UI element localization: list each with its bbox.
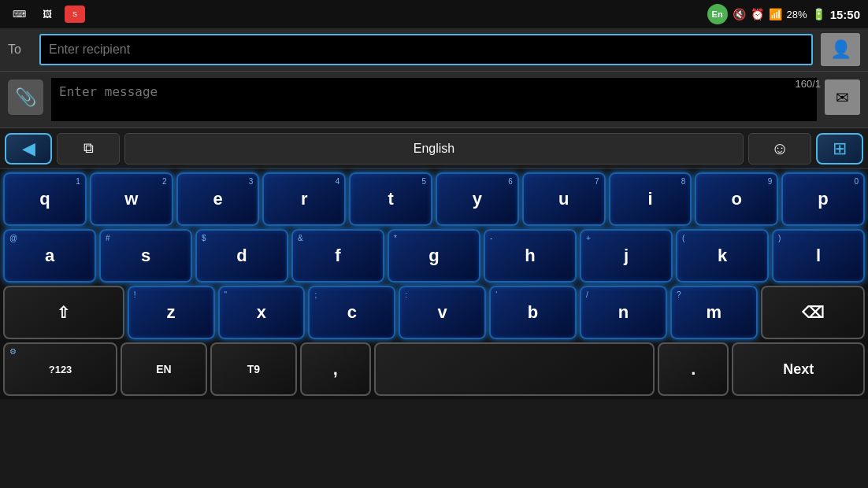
key-l[interactable]: l) (772, 229, 865, 283)
key-t[interactable]: t5 (349, 172, 432, 226)
send-button[interactable]: ✉ (825, 79, 860, 115)
keyboard-status-icon: ⌨ (8, 3, 30, 25)
key-k[interactable]: k( (676, 229, 769, 283)
status-time: 15:50 (830, 8, 860, 21)
key-d[interactable]: d$ (195, 229, 288, 283)
battery-icon: 🔋 (812, 8, 825, 20)
to-label: To (8, 43, 32, 57)
key-o[interactable]: o9 (695, 172, 778, 226)
status-right-icons: En 🔇 ⏰ 📶 28% 🔋 15:50 (707, 4, 860, 24)
toolbar-back-button[interactable]: ◀ (5, 133, 52, 165)
attach-button[interactable]: 📎 (8, 79, 43, 115)
toolbar-emoji-button[interactable]: ☺ (748, 133, 811, 165)
recipient-input[interactable] (39, 34, 813, 65)
key-n[interactable]: n/ (580, 286, 667, 339)
keyboard-row-1: q1 w2 e3 r4 t5 y6 u7 i8 o9 p0 (3, 172, 865, 226)
to-row: To 👤 (0, 28, 868, 72)
paperclip-icon: 📎 (15, 87, 36, 108)
key-m[interactable]: m? (670, 286, 758, 339)
key-e[interactable]: e3 (176, 172, 260, 226)
key-symbols[interactable]: ?123 ⚙ (3, 342, 117, 396)
key-f[interactable]: f& (291, 229, 384, 283)
shift-icon: ⇧ (57, 303, 70, 322)
status-bar: ⌨ 🖼 S En 🔇 ⏰ 📶 28% 🔋 15:50 (0, 0, 868, 28)
signal-icon: 📶 (769, 8, 782, 20)
key-y[interactable]: y6 (436, 172, 519, 226)
language-indicator: En (707, 4, 728, 24)
contact-picker-button[interactable]: 👤 (821, 33, 860, 66)
app-status-icon: S (65, 6, 85, 23)
key-c[interactable]: c; (308, 286, 395, 339)
keyboard-row-4: ?123 ⚙ EN T9 , . Next (3, 342, 865, 396)
toolbar-language-button[interactable]: English (124, 133, 744, 165)
keyboard-toolbar: ◀ ⧉ English ☺ ⊞ (0, 128, 868, 169)
keyboard: q1 w2 e3 r4 t5 y6 u7 i8 o9 p0 a@ s# d$ f… (0, 169, 868, 399)
alarm-icon: ⏰ (751, 8, 764, 20)
key-period[interactable]: . (658, 342, 729, 396)
key-r[interactable]: r4 (262, 172, 346, 226)
key-language[interactable]: EN (121, 342, 207, 396)
key-t9[interactable]: T9 (210, 342, 297, 396)
key-j[interactable]: j+ (580, 229, 673, 283)
key-p[interactable]: p0 (781, 172, 865, 226)
settings-icon: ⚙ (9, 347, 17, 356)
key-x[interactable]: x" (218, 286, 306, 339)
key-comma[interactable]: , (300, 342, 371, 396)
key-u[interactable]: u7 (522, 172, 606, 226)
char-count: 160/1 (795, 78, 821, 90)
status-left-icons: ⌨ 🖼 S (8, 3, 85, 25)
mute-icon: 🔇 (733, 8, 746, 20)
message-row: 📎 160/1 ✉ (0, 72, 868, 128)
battery-percent: 28% (787, 9, 807, 20)
back-arrow-icon: ◀ (22, 139, 35, 159)
contact-icon: 👤 (830, 39, 851, 60)
key-w[interactable]: w2 (90, 172, 173, 226)
key-i[interactable]: i8 (609, 172, 692, 226)
key-z[interactable]: z! (128, 286, 215, 339)
key-next[interactable]: Next (732, 342, 865, 396)
emoji-icon: ☺ (771, 139, 788, 159)
keyboard-row-3: ⇧ z! x" c; v: b' n/ m? ⌫ (3, 286, 865, 339)
clipboard-icon: ⧉ (83, 140, 94, 157)
toolbar-clipboard-button[interactable]: ⧉ (57, 133, 120, 165)
send-icon: ✉ (836, 88, 849, 107)
key-shift[interactable]: ⇧ (3, 286, 124, 339)
key-q[interactable]: q1 (3, 172, 87, 226)
grid-icon: ⊞ (833, 139, 847, 159)
language-label: English (414, 142, 454, 156)
key-space[interactable] (374, 342, 655, 396)
message-input[interactable] (51, 78, 817, 121)
keyboard-row-2: a@ s# d$ f& g* h- j+ k( l) (3, 229, 865, 283)
key-b[interactable]: b' (489, 286, 577, 339)
key-g[interactable]: g* (388, 229, 480, 283)
image-status-icon: 🖼 (36, 3, 58, 25)
toolbar-grid-button[interactable]: ⊞ (816, 133, 863, 165)
key-h[interactable]: h- (484, 229, 577, 283)
symbols-label: ?123 (49, 364, 72, 375)
key-backspace[interactable]: ⌫ (761, 286, 865, 339)
key-s[interactable]: s# (99, 229, 192, 283)
key-a[interactable]: a@ (3, 229, 96, 283)
backspace-icon: ⌫ (802, 303, 824, 322)
key-v[interactable]: v: (399, 286, 486, 339)
